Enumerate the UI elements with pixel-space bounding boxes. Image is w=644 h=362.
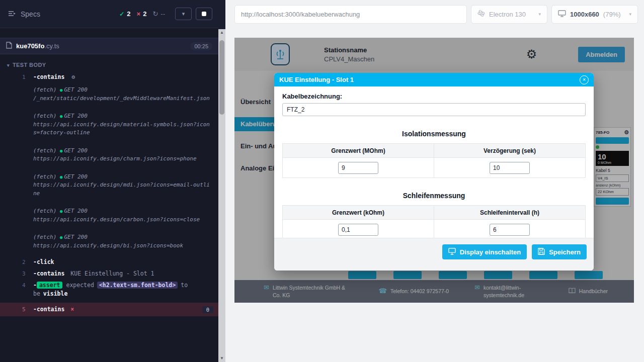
fail-count-badge: 0 [202,306,213,313]
command-text: -click [33,258,218,266]
command-row-assert[interactable]: 4 -assertexpected<h2.text-sm.font-bold>t… [0,280,218,300]
failed-count: 2 [143,10,146,18]
fetch-label: (fetch) [33,113,56,119]
loop-interval-input[interactable] [490,224,530,236]
chevron-down-icon: ▾ [629,12,631,17]
viewport-size: 1000x660 [570,11,599,18]
command-number: 5 [0,305,33,314]
fetch-log[interactable]: (fetch) ●GET 200 https://api.iconify.des… [0,173,218,198]
fetch-log[interactable]: (fetch) ●GET 200 https://api.iconify.des… [0,233,218,250]
cable-name-input[interactable] [282,103,586,116]
reporter-header: Specs ✓2 ×2 ↻-- ▾ [0,0,218,28]
collapse-runner-button[interactable]: ▾ [175,8,192,20]
command-argument: KUE Einstellung - Slot 1 [70,270,154,277]
chevron-down-icon: ▾ [7,63,10,68]
chevron-down-icon: ▾ [538,12,541,17]
kue-settings-modal: KUE Einstellung - Slot 1 × Kabelbezeichn… [274,73,594,270]
assert-badge: assert [37,282,63,289]
fetch-label: (fetch) [33,86,56,93]
col-header: Verzögerung (sek) [434,144,586,158]
cable-name-label: Kabelbezeichnung: [282,93,586,100]
chevron-down-icon: ▾ [182,11,185,17]
aut-area: Electron 130 ▾ 1000x660 (79%) ▾ Stations… [225,0,644,362]
modal-title: KUE Einstellung - Slot 1 [279,76,354,83]
command-number: 2 [0,258,33,266]
loop-section-title: Schleifenmessung [282,192,586,200]
fetch-label: (fetch) [33,173,56,180]
reporter-scrollbar: ▲ ▼ [218,0,225,362]
fetch-url: https://api.iconify.design/carbon.json?i… [33,216,211,224]
command-text: -containsKUE Einstellung - Slot 1 [33,269,218,278]
fetch-log-body: (fetch) ●GET 200 https://api.iconify.des… [33,147,218,163]
fetch-url: https://api.iconify.design/bi.json?icons… [33,242,211,250]
col-header: Grenzwert (kOhm) [283,206,434,220]
specs-label[interactable]: Specs [21,10,40,18]
failed-stat: ×2 [137,10,147,18]
status-dot: ● [60,87,62,93]
passed-count: 2 [127,10,130,18]
file-icon [6,42,12,51]
specs-menu-icon[interactable] [8,10,16,19]
fetch-log[interactable]: (fetch) ●GET 200 https://api.iconify.des… [0,207,218,224]
display-icon [448,248,456,256]
close-icon[interactable]: × [580,75,589,84]
fetch-url: https://api.iconify.design/charm.json?ic… [33,155,211,163]
status-dot: ● [60,235,62,240]
fetch-log-body: (fetch) ●GET 200 https://api.iconify.des… [33,173,218,198]
assert-text: -assertexpected<h2.text-sm.font-bold>to … [33,281,218,298]
failed-icon: × [137,10,141,18]
cypress-reporter: Specs ✓2 ×2 ↻-- ▾ kue705fo.cy.ts 00:25 ▾… [0,0,218,362]
fetch-url: https://api.iconify.design/material-symb… [33,121,211,137]
fetch-status: GET 200 [64,173,87,180]
iso-delay-input[interactable] [490,162,530,174]
fetch-log-body: (fetch) ●GET 200 https://api.iconify.des… [33,207,218,224]
pending-stat: ↻-- [152,10,165,18]
fetch-status: GET 200 [64,208,87,214]
viewport-selector[interactable]: 1000x660 (79%) ▾ [551,5,638,24]
command-row-contains-2[interactable]: 3 -containsKUE Einstellung - Slot 1 [0,268,218,280]
save-button[interactable]: Speichern [532,244,587,259]
display-on-button[interactable]: Display einschalten [442,244,527,259]
fetch-status: GET 200 [64,113,87,119]
screen: Specs ✓2 ×2 ↻-- ▾ kue705fo.cy.ts 00:25 ▾… [0,0,644,362]
fetch-log-body: (fetch) ●GET 200 /_next/static/developme… [33,86,218,103]
fetch-log[interactable]: (fetch) ●GET 200 https://api.iconify.des… [0,147,218,163]
scroll-up-arrow[interactable]: ▲ [218,29,225,36]
fetch-url: /_next/static/development/_devMiddleware… [33,95,211,103]
viewport-zoom: (79%) [603,11,621,18]
scrollbar-thumb[interactable] [219,40,224,115]
fetch-log[interactable]: (fetch) ●GET 200 https://api.iconify.des… [0,112,218,137]
fetch-status: GET 200 [64,234,87,240]
isolation-table: Grenzwert (MOhm) Verzögerung (sek) [282,143,586,178]
fetch-log[interactable]: (fetch) ●GET 200 /_next/static/developme… [0,86,218,103]
command-row-contains-failed[interactable]: 5 -contains× 0 [0,303,218,316]
url-input[interactable] [234,5,467,24]
spec-duration: 00:25 [190,42,212,50]
fetch-label: (fetch) [33,208,56,214]
fetch-label: (fetch) [33,147,56,154]
scrollbar-track[interactable] [218,36,225,355]
loop-limit-input[interactable] [338,224,378,236]
col-header: Schleifenintervall (h) [434,206,586,220]
status-dot: ● [60,114,62,119]
command-row-click[interactable]: 2 -click [0,256,218,268]
suite-header[interactable]: ▾TEST BODY [0,54,218,71]
fail-x-icon: × [70,306,74,313]
fetch-label: (fetch) [33,234,56,240]
spec-extension: .cy.ts [44,42,59,50]
stop-icon [202,12,206,16]
refresh-icon: ↻ [152,10,158,18]
command-text: -contains⚙ [33,73,218,81]
stop-tests-button[interactable] [196,8,212,20]
status-dot: ● [60,209,62,214]
iso-limit-input[interactable] [338,162,378,174]
spec-file-row[interactable]: kue705fo.cy.ts 00:25 [0,38,218,54]
spec-name: kue705fo.cy.ts [16,42,59,50]
col-header: Grenzwert (MOhm) [283,144,434,158]
gear-glyph: ⚙ [71,73,75,80]
fetch-status: GET 200 [64,147,87,154]
browser-selector[interactable]: Electron 130 ▾ [471,5,547,24]
scroll-down-arrow[interactable]: ▼ [218,355,225,362]
status-dot: ● [60,148,62,153]
command-row-contains-1[interactable]: 1 -contains⚙ [0,71,218,83]
